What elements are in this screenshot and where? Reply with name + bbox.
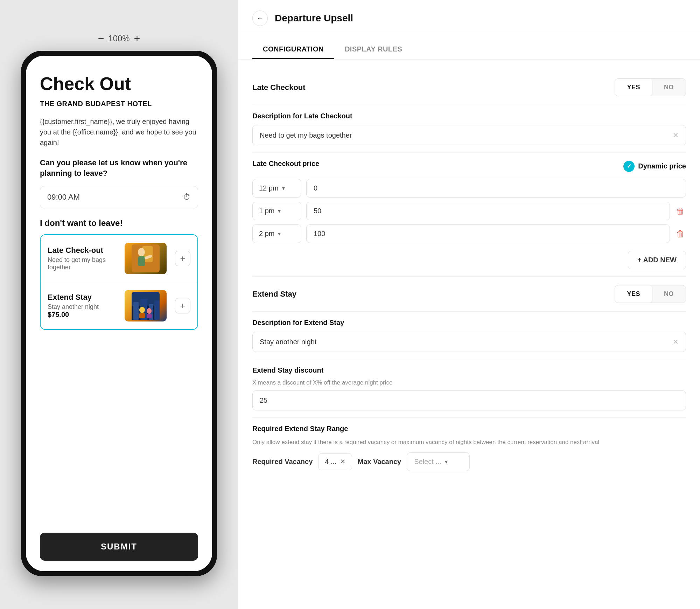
svg-point-2 [138, 248, 145, 256]
svg-rect-7 [133, 302, 139, 320]
required-vacancy-close-icon[interactable]: ✕ [340, 458, 345, 465]
select-chevron-icon: ▾ [445, 458, 448, 465]
add-new-price-button[interactable]: + ADD NEW [628, 251, 686, 269]
chevron-down-icon-2: ▾ [278, 230, 281, 237]
price-value-0[interactable] [306, 179, 686, 198]
range-hint: Only allow extend stay if there is a req… [252, 438, 686, 447]
svg-point-11 [139, 307, 145, 313]
price-label: Late Checkout price [252, 160, 319, 168]
extend-stay-desc-section: Description for Extend Stay ✕ [252, 312, 686, 359]
late-checkout-toggle-row: Late Checkout YES NO [252, 70, 686, 105]
vacancy-row: Required Vacancy 4 ... ✕ Max Vacancy Sel… [252, 452, 686, 471]
left-panel: − 100% + Check Out THE GRAND BUDAPEST HO… [0, 0, 238, 609]
time-select-2[interactable]: 2 pm ▾ [252, 224, 301, 243]
tab-configuration[interactable]: CONFIGURATION [252, 40, 334, 59]
delete-price-1-button[interactable]: 🗑 [675, 205, 686, 217]
late-checkout-card-text: Late Check-out Need to get my bags toget… [48, 246, 119, 271]
chevron-down-icon-1: ▾ [278, 208, 281, 214]
select-placeholder: Select ... [414, 458, 441, 466]
late-checkout-desc-label: Description for Late Checkout [252, 112, 686, 120]
add-new-row: + ADD NEW [252, 247, 686, 269]
required-vacancy-tag[interactable]: 4 ... ✕ [318, 453, 352, 470]
extend-stay-toggle-group: YES NO [615, 285, 686, 303]
dont-leave-heading: I don't want to leave! [40, 218, 198, 228]
chevron-down-icon: ▾ [282, 185, 285, 192]
late-checkout-price-section: Late Checkout price ✓ Dynamic price 12 p… [252, 153, 686, 277]
phone-greeting-text: {{customer.first_name}}, we truly enjoye… [40, 116, 198, 148]
required-vacancy-value: 4 ... [325, 458, 336, 466]
svg-rect-3 [138, 256, 145, 266]
dynamic-price-badge: ✓ Dynamic price [623, 161, 686, 172]
extend-stay-desc-input-row[interactable]: ✕ [252, 332, 686, 352]
submit-button[interactable]: SUBMIT [40, 533, 198, 561]
late-checkout-desc-input-row[interactable]: ✕ [252, 125, 686, 145]
late-checkout-toggle-group: YES NO [615, 78, 686, 96]
edit-icon-extend[interactable]: ✕ [673, 338, 679, 346]
price-row-1: 1 pm ▾ 🗑 [252, 202, 686, 220]
right-panel: ← Departure Upsell CONFIGURATION DISPLAY… [238, 0, 700, 609]
late-checkout-add-button[interactable]: + [175, 251, 190, 266]
late-checkout-card[interactable]: Late Check-out Need to get my bags toget… [41, 235, 197, 282]
late-checkout-card-desc: Need to get my bags together [48, 256, 119, 271]
zoom-controls: − 100% + [98, 33, 140, 44]
extend-stay-label: Extend Stay [252, 290, 296, 299]
extend-stay-card[interactable]: Extend Stay Stay another night $75.00 [41, 282, 197, 329]
late-checkout-no-button[interactable]: NO [652, 79, 686, 96]
late-checkout-card-title: Late Check-out [48, 246, 119, 255]
price-header: Late Checkout price ✓ Dynamic price [252, 160, 686, 173]
delete-price-2-button[interactable]: 🗑 [675, 228, 686, 240]
phone-content: Check Out THE GRAND BUDAPEST HOTEL {{cus… [26, 56, 212, 526]
late-checkout-desc-input[interactable] [260, 131, 673, 139]
extend-stay-toggle-row: Extend Stay YES NO [252, 277, 686, 312]
phone-screen: Check Out THE GRAND BUDAPEST HOTEL {{cus… [26, 56, 212, 571]
back-button[interactable]: ← [252, 11, 268, 26]
price-row-2: 2 pm ▾ 🗑 [252, 224, 686, 243]
extend-stay-yes-button[interactable]: YES [615, 285, 652, 303]
extend-stay-card-title: Extend Stay [48, 293, 119, 302]
phone-footer: SUBMIT [26, 526, 212, 571]
price-value-1[interactable] [306, 202, 670, 220]
tabs-row: CONFIGURATION DISPLAY RULES [238, 33, 700, 60]
zoom-level: 100% [108, 34, 130, 43]
extend-stay-add-button[interactable]: + [175, 298, 190, 313]
extend-stay-desc-input[interactable] [260, 338, 673, 346]
time-select-0[interactable]: 12 pm ▾ [252, 179, 301, 198]
extend-stay-card-image [125, 290, 167, 321]
discount-hint: X means a discount of X% off the average… [252, 379, 686, 386]
range-label: Required Extend Stay Range [252, 425, 686, 433]
late-checkout-label: Late Checkout [252, 83, 306, 92]
discount-label: Extend Stay discount [252, 366, 686, 374]
extend-stay-card-desc: Stay another night [48, 303, 119, 311]
phone-device: Check Out THE GRAND BUDAPEST HOTEL {{cus… [21, 51, 217, 576]
late-checkout-yes-button[interactable]: YES [615, 79, 652, 96]
price-value-2[interactable] [306, 224, 670, 243]
time-select-1[interactable]: 1 pm ▾ [252, 202, 301, 220]
time-input-field[interactable]: 09:00 AM ⏱ [40, 186, 198, 208]
price-row-0: 12 pm ▾ [252, 179, 686, 198]
phone-page-title: Check Out [40, 73, 198, 94]
time-option-0: 12 pm [259, 184, 279, 192]
late-checkout-card-image [125, 243, 167, 274]
max-vacancy-select[interactable]: Select ... ▾ [407, 452, 470, 471]
time-option-1: 1 pm [259, 207, 274, 215]
edit-icon[interactable]: ✕ [673, 131, 679, 139]
required-vacancy-label: Required Vacancy [252, 458, 313, 466]
svg-rect-14 [147, 314, 152, 318]
config-content: Late Checkout YES NO Description for Lat… [238, 60, 700, 489]
tab-display-rules[interactable]: DISPLAY RULES [334, 40, 413, 59]
zoom-out-button[interactable]: − [98, 33, 104, 44]
range-section: Required Extend Stay Range Only allow ex… [252, 418, 686, 478]
discount-input[interactable] [252, 390, 686, 410]
svg-rect-13 [139, 313, 145, 318]
max-vacancy-label: Max Vacancy [358, 458, 401, 466]
clock-icon: ⏱ [183, 193, 191, 202]
upsell-cards-container: Late Check-out Need to get my bags toget… [40, 234, 198, 330]
late-checkout-desc-section: Description for Late Checkout ✕ [252, 105, 686, 153]
panel-title: Departure Upsell [275, 13, 353, 24]
zoom-in-button[interactable]: + [134, 33, 140, 44]
discount-section: Extend Stay discount X means a discount … [252, 359, 686, 418]
extend-stay-no-button[interactable]: NO [652, 285, 686, 303]
dynamic-price-check[interactable]: ✓ [623, 161, 635, 172]
extend-stay-card-price: $75.00 [48, 311, 119, 319]
phone-question-text: Can you please let us know when you're p… [40, 158, 198, 179]
